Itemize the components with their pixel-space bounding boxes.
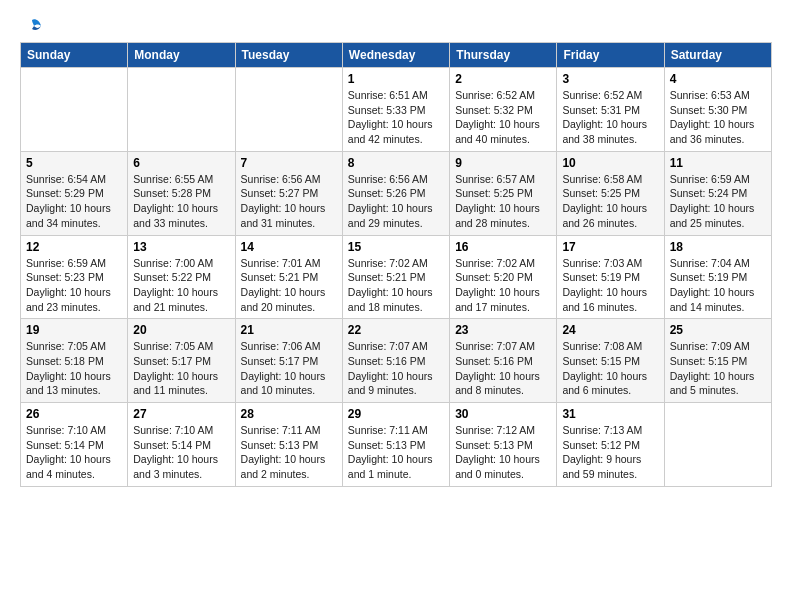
calendar-cell: 25Sunrise: 7:09 AM Sunset: 5:15 PM Dayli…: [664, 319, 771, 403]
calendar-cell: 31Sunrise: 7:13 AM Sunset: 5:12 PM Dayli…: [557, 403, 664, 487]
calendar-cell: 20Sunrise: 7:05 AM Sunset: 5:17 PM Dayli…: [128, 319, 235, 403]
calendar-cell: [664, 403, 771, 487]
day-number: 20: [133, 323, 229, 337]
calendar-cell: 22Sunrise: 7:07 AM Sunset: 5:16 PM Dayli…: [342, 319, 449, 403]
calendar-cell: [128, 68, 235, 152]
day-number: 18: [670, 240, 766, 254]
day-info: Sunrise: 6:51 AM Sunset: 5:33 PM Dayligh…: [348, 88, 444, 147]
calendar-cell: 5Sunrise: 6:54 AM Sunset: 5:29 PM Daylig…: [21, 151, 128, 235]
col-header-wednesday: Wednesday: [342, 43, 449, 68]
calendar-cell: 13Sunrise: 7:00 AM Sunset: 5:22 PM Dayli…: [128, 235, 235, 319]
calendar-cell: 1Sunrise: 6:51 AM Sunset: 5:33 PM Daylig…: [342, 68, 449, 152]
calendar-cell: 19Sunrise: 7:05 AM Sunset: 5:18 PM Dayli…: [21, 319, 128, 403]
day-info: Sunrise: 6:57 AM Sunset: 5:25 PM Dayligh…: [455, 172, 551, 231]
day-number: 1: [348, 72, 444, 86]
calendar-cell: 28Sunrise: 7:11 AM Sunset: 5:13 PM Dayli…: [235, 403, 342, 487]
calendar-cell: 29Sunrise: 7:11 AM Sunset: 5:13 PM Dayli…: [342, 403, 449, 487]
col-header-tuesday: Tuesday: [235, 43, 342, 68]
col-header-monday: Monday: [128, 43, 235, 68]
calendar-cell: 9Sunrise: 6:57 AM Sunset: 5:25 PM Daylig…: [450, 151, 557, 235]
day-info: Sunrise: 7:08 AM Sunset: 5:15 PM Dayligh…: [562, 339, 658, 398]
day-info: Sunrise: 7:03 AM Sunset: 5:19 PM Dayligh…: [562, 256, 658, 315]
day-number: 22: [348, 323, 444, 337]
day-number: 27: [133, 407, 229, 421]
calendar-cell: 10Sunrise: 6:58 AM Sunset: 5:25 PM Dayli…: [557, 151, 664, 235]
col-header-sunday: Sunday: [21, 43, 128, 68]
calendar-cell: 26Sunrise: 7:10 AM Sunset: 5:14 PM Dayli…: [21, 403, 128, 487]
day-info: Sunrise: 6:59 AM Sunset: 5:24 PM Dayligh…: [670, 172, 766, 231]
week-row-3: 12Sunrise: 6:59 AM Sunset: 5:23 PM Dayli…: [21, 235, 772, 319]
day-info: Sunrise: 6:52 AM Sunset: 5:31 PM Dayligh…: [562, 88, 658, 147]
day-number: 17: [562, 240, 658, 254]
day-info: Sunrise: 6:54 AM Sunset: 5:29 PM Dayligh…: [26, 172, 122, 231]
day-info: Sunrise: 6:56 AM Sunset: 5:26 PM Dayligh…: [348, 172, 444, 231]
day-number: 4: [670, 72, 766, 86]
calendar-cell: [21, 68, 128, 152]
day-number: 29: [348, 407, 444, 421]
day-info: Sunrise: 6:59 AM Sunset: 5:23 PM Dayligh…: [26, 256, 122, 315]
day-number: 6: [133, 156, 229, 170]
day-number: 16: [455, 240, 551, 254]
day-info: Sunrise: 7:13 AM Sunset: 5:12 PM Dayligh…: [562, 423, 658, 482]
calendar-cell: 12Sunrise: 6:59 AM Sunset: 5:23 PM Dayli…: [21, 235, 128, 319]
day-info: Sunrise: 7:00 AM Sunset: 5:22 PM Dayligh…: [133, 256, 229, 315]
calendar-cell: 30Sunrise: 7:12 AM Sunset: 5:13 PM Dayli…: [450, 403, 557, 487]
week-row-5: 26Sunrise: 7:10 AM Sunset: 5:14 PM Dayli…: [21, 403, 772, 487]
day-number: 24: [562, 323, 658, 337]
day-info: Sunrise: 7:04 AM Sunset: 5:19 PM Dayligh…: [670, 256, 766, 315]
day-info: Sunrise: 7:02 AM Sunset: 5:20 PM Dayligh…: [455, 256, 551, 315]
day-number: 10: [562, 156, 658, 170]
day-number: 15: [348, 240, 444, 254]
day-number: 13: [133, 240, 229, 254]
day-number: 19: [26, 323, 122, 337]
week-row-4: 19Sunrise: 7:05 AM Sunset: 5:18 PM Dayli…: [21, 319, 772, 403]
day-number: 2: [455, 72, 551, 86]
col-header-saturday: Saturday: [664, 43, 771, 68]
calendar-cell: 6Sunrise: 6:55 AM Sunset: 5:28 PM Daylig…: [128, 151, 235, 235]
calendar-cell: 27Sunrise: 7:10 AM Sunset: 5:14 PM Dayli…: [128, 403, 235, 487]
calendar-cell: 7Sunrise: 6:56 AM Sunset: 5:27 PM Daylig…: [235, 151, 342, 235]
day-info: Sunrise: 7:07 AM Sunset: 5:16 PM Dayligh…: [455, 339, 551, 398]
day-info: Sunrise: 7:10 AM Sunset: 5:14 PM Dayligh…: [26, 423, 122, 482]
day-number: 12: [26, 240, 122, 254]
calendar-cell: 23Sunrise: 7:07 AM Sunset: 5:16 PM Dayli…: [450, 319, 557, 403]
calendar-cell: [235, 68, 342, 152]
logo: [20, 16, 43, 34]
week-row-1: 1Sunrise: 6:51 AM Sunset: 5:33 PM Daylig…: [21, 68, 772, 152]
day-info: Sunrise: 7:02 AM Sunset: 5:21 PM Dayligh…: [348, 256, 444, 315]
day-number: 28: [241, 407, 337, 421]
calendar-cell: 16Sunrise: 7:02 AM Sunset: 5:20 PM Dayli…: [450, 235, 557, 319]
day-info: Sunrise: 7:05 AM Sunset: 5:17 PM Dayligh…: [133, 339, 229, 398]
day-info: Sunrise: 6:58 AM Sunset: 5:25 PM Dayligh…: [562, 172, 658, 231]
col-header-friday: Friday: [557, 43, 664, 68]
day-info: Sunrise: 7:07 AM Sunset: 5:16 PM Dayligh…: [348, 339, 444, 398]
day-info: Sunrise: 6:53 AM Sunset: 5:30 PM Dayligh…: [670, 88, 766, 147]
day-info: Sunrise: 6:52 AM Sunset: 5:32 PM Dayligh…: [455, 88, 551, 147]
calendar-cell: 8Sunrise: 6:56 AM Sunset: 5:26 PM Daylig…: [342, 151, 449, 235]
day-info: Sunrise: 7:11 AM Sunset: 5:13 PM Dayligh…: [348, 423, 444, 482]
day-number: 30: [455, 407, 551, 421]
day-number: 9: [455, 156, 551, 170]
calendar-table: SundayMondayTuesdayWednesdayThursdayFrid…: [20, 42, 772, 487]
day-info: Sunrise: 7:01 AM Sunset: 5:21 PM Dayligh…: [241, 256, 337, 315]
day-info: Sunrise: 7:10 AM Sunset: 5:14 PM Dayligh…: [133, 423, 229, 482]
day-number: 8: [348, 156, 444, 170]
day-info: Sunrise: 6:55 AM Sunset: 5:28 PM Dayligh…: [133, 172, 229, 231]
day-number: 5: [26, 156, 122, 170]
day-number: 3: [562, 72, 658, 86]
calendar-cell: 15Sunrise: 7:02 AM Sunset: 5:21 PM Dayli…: [342, 235, 449, 319]
page-header: [20, 16, 772, 34]
calendar-cell: 21Sunrise: 7:06 AM Sunset: 5:17 PM Dayli…: [235, 319, 342, 403]
calendar-cell: 17Sunrise: 7:03 AM Sunset: 5:19 PM Dayli…: [557, 235, 664, 319]
day-number: 31: [562, 407, 658, 421]
calendar-cell: 24Sunrise: 7:08 AM Sunset: 5:15 PM Dayli…: [557, 319, 664, 403]
day-number: 26: [26, 407, 122, 421]
day-info: Sunrise: 7:09 AM Sunset: 5:15 PM Dayligh…: [670, 339, 766, 398]
calendar-cell: 14Sunrise: 7:01 AM Sunset: 5:21 PM Dayli…: [235, 235, 342, 319]
col-header-thursday: Thursday: [450, 43, 557, 68]
day-info: Sunrise: 7:06 AM Sunset: 5:17 PM Dayligh…: [241, 339, 337, 398]
calendar-cell: 11Sunrise: 6:59 AM Sunset: 5:24 PM Dayli…: [664, 151, 771, 235]
day-info: Sunrise: 7:11 AM Sunset: 5:13 PM Dayligh…: [241, 423, 337, 482]
day-info: Sunrise: 6:56 AM Sunset: 5:27 PM Dayligh…: [241, 172, 337, 231]
calendar-cell: 4Sunrise: 6:53 AM Sunset: 5:30 PM Daylig…: [664, 68, 771, 152]
